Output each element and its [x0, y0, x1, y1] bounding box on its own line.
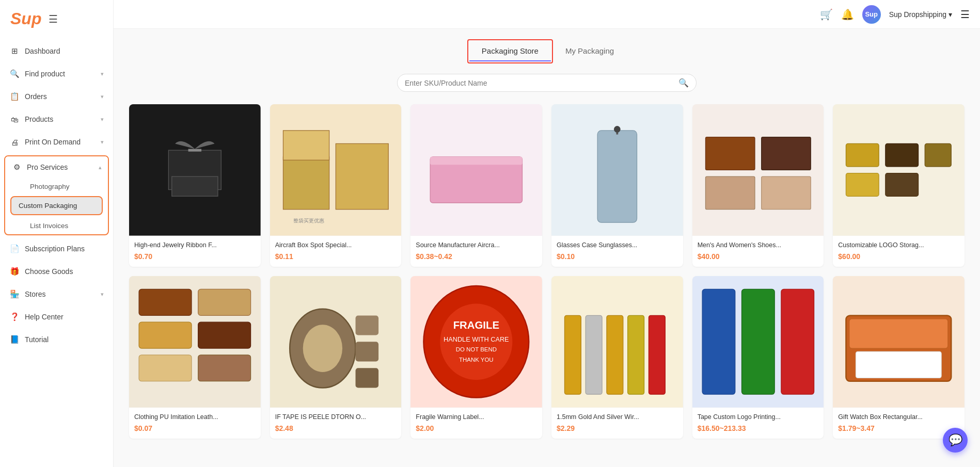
product-card[interactable]: Clothing PU Imitation Leath... $0.07 — [129, 276, 261, 439]
product-image — [129, 276, 261, 408]
search-icon[interactable]: 🔍 — [678, 78, 689, 88]
svg-rect-11 — [431, 157, 523, 165]
tab-my-packaging[interactable]: My Packaging — [553, 39, 626, 63]
avatar[interactable]: Sup — [862, 5, 881, 24]
svg-point-15 — [614, 126, 621, 133]
notification-icon[interactable]: 🔔 — [841, 8, 854, 21]
product-name: 1.5mm Gold And Silver Wir... — [557, 413, 678, 421]
product-name: Aircraft Box Spot Special... — [275, 241, 397, 249]
sidebar-nav: ⊞ Dashboard 🔍 Find product ▾ 📋 Orders ▾ … — [0, 36, 113, 467]
sidebar-item-list-invoices[interactable]: List Invoices — [5, 217, 108, 234]
product-price: $0.70 — [134, 252, 256, 261]
cart-icon[interactable]: 🛒 — [820, 8, 833, 21]
product-name: Tape Custom Logo Printing... — [698, 413, 819, 421]
product-image — [410, 104, 542, 236]
product-price: $0.11 — [275, 252, 397, 261]
search-input[interactable] — [405, 79, 674, 87]
product-name: Fragile Warning Label... — [416, 413, 537, 421]
sidebar-item-products[interactable]: 🛍 Products ▾ — [0, 108, 113, 131]
product-card[interactable]: 整袋买更优惠 Aircraft Box Spot Special... $0.1… — [270, 104, 402, 267]
svg-text:DO NOT BEND: DO NOT BEND — [456, 346, 497, 352]
svg-rect-21 — [833, 104, 965, 236]
sidebar-item-find-product[interactable]: 🔍 Find product ▾ — [0, 62, 113, 85]
product-name: High-end Jewelry Ribbon F... — [134, 241, 256, 249]
sidebar-item-dashboard[interactable]: ⊞ Dashboard — [0, 40, 113, 62]
svg-rect-29 — [198, 289, 251, 315]
products-icon: 🛍 — [9, 114, 20, 124]
sidebar-item-tutorial[interactable]: 📘 Tutorial — [0, 328, 113, 351]
product-card[interactable]: Customizable LOGO Storag... $60.00 — [833, 104, 965, 267]
sidebar-item-label: Subscription Plans — [25, 245, 104, 253]
product-card[interactable]: Gift Watch Box Rectangular... $1.79~3.47 — [833, 276, 965, 439]
product-image — [551, 276, 683, 408]
sidebar-item-print-on-demand[interactable]: 🖨 Print On Demand ▾ — [0, 131, 113, 153]
sidebar-item-label: Help Center — [25, 313, 104, 321]
main-content: 🛒 🔔 Sup Sup Dropshipping ▾ ☰ Packaging S… — [114, 0, 980, 467]
tab-packaging-store[interactable]: Packaging Store — [469, 41, 551, 61]
product-card[interactable]: IF TAPE IS PEELE DTORN O... $2.48 — [270, 276, 402, 439]
sidebar-item-stores[interactable]: 🏪 Stores ▾ — [0, 283, 113, 305]
svg-text:THANK YOU: THANK YOU — [459, 356, 494, 362]
choose-goods-icon: 🎁 — [9, 266, 20, 277]
svg-rect-26 — [886, 173, 919, 197]
sidebar-item-subscription-plans[interactable]: 📄 Subscription Plans — [0, 237, 113, 260]
svg-rect-19 — [705, 176, 755, 210]
product-price: $0.10 — [557, 252, 678, 261]
product-card[interactable]: Source Manufacturer Aircra... $0.38~0.42 — [410, 104, 542, 267]
svg-text:FRAGILE: FRAGILE — [453, 319, 499, 331]
product-card[interactable]: Glasses Case Sunglasses... $0.10 — [551, 104, 683, 267]
svg-text:整袋买更优惠: 整袋买更优惠 — [293, 218, 324, 223]
svg-rect-20 — [761, 176, 811, 210]
product-info: Aircraft Box Spot Special... $0.11 — [270, 236, 402, 267]
product-card[interactable]: Men's And Women's Shoes... $40.00 — [692, 104, 824, 267]
svg-rect-18 — [761, 137, 811, 170]
help-icon: ❓ — [9, 312, 20, 322]
sidebar-item-label: Tutorial — [25, 335, 104, 344]
sidebar-item-label: Find product — [25, 70, 96, 78]
product-card[interactable]: Tape Custom Logo Printing... $16.50~213.… — [692, 276, 824, 439]
product-image — [833, 276, 965, 408]
sidebar-item-photography[interactable]: Photography — [5, 178, 108, 195]
svg-text:HANDLE WITH CARE: HANDLE WITH CARE — [444, 335, 509, 343]
pro-services-icon: ⚙ — [11, 162, 22, 172]
find-product-icon: 🔍 — [9, 69, 20, 79]
product-price: $0.07 — [134, 424, 256, 432]
sidebar-item-orders[interactable]: 📋 Orders ▾ — [0, 85, 113, 108]
hamburger-icon[interactable]: ☰ — [49, 13, 58, 25]
sidebar-item-label: Pro Services — [27, 163, 93, 171]
product-price: $2.00 — [416, 424, 537, 432]
chevron-up-icon: ▴ — [99, 164, 102, 171]
product-card[interactable]: High-end Jewelry Ribbon F... $0.70 — [129, 104, 261, 267]
sidebar-item-choose-goods[interactable]: 🎁 Choose Goods — [0, 260, 113, 283]
username-label[interactable]: Sup Dropshipping ▾ — [889, 10, 952, 19]
product-image — [692, 276, 824, 408]
product-info: Source Manufacturer Aircra... $0.38~0.42 — [410, 236, 542, 267]
product-card[interactable]: FRAGILEHANDLE WITH CAREDO NOT BENDTHANK … — [410, 276, 542, 439]
tutorial-icon: 📘 — [9, 334, 20, 345]
product-info: Men's And Women's Shoes... $40.00 — [692, 236, 824, 267]
sidebar-item-label: Print On Demand — [25, 138, 96, 146]
svg-rect-60 — [856, 351, 942, 378]
svg-rect-51 — [628, 315, 644, 394]
sidebar-item-custom-packaging[interactable]: Custom Packaging — [10, 196, 103, 215]
product-image — [270, 276, 402, 408]
product-price: $0.38~0.42 — [416, 252, 537, 261]
sidebar-item-help-center[interactable]: ❓ Help Center — [0, 305, 113, 328]
product-image: FRAGILEHANDLE WITH CAREDO NOT BENDTHANK … — [410, 276, 542, 408]
product-card[interactable]: 1.5mm Gold And Silver Wir... $2.29 — [551, 276, 683, 439]
header-hamburger-icon[interactable]: ☰ — [960, 8, 970, 21]
svg-rect-39 — [355, 368, 378, 388]
sidebar-item-pro-services[interactable]: ⚙ Pro Services ▴ — [5, 156, 108, 178]
chat-button[interactable]: 💬 — [943, 428, 968, 453]
product-price: $16.50~213.33 — [698, 424, 819, 432]
active-tab-wrapper: Packaging Store — [467, 39, 553, 63]
content-area: Packaging Store My Packaging 🔍 High-end … — [114, 29, 980, 467]
search-row: 🔍 — [129, 74, 965, 92]
svg-rect-38 — [355, 342, 378, 361]
svg-rect-48 — [564, 315, 581, 394]
svg-rect-13 — [597, 131, 637, 222]
sidebar-item-label: Dashboard — [25, 47, 104, 55]
product-price: $2.48 — [275, 424, 397, 432]
subscription-icon: 📄 — [9, 244, 20, 254]
svg-rect-54 — [702, 289, 735, 394]
